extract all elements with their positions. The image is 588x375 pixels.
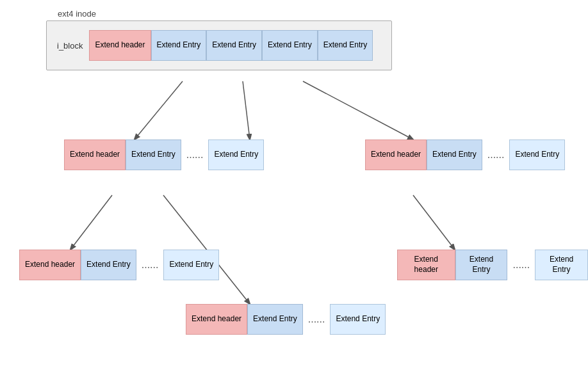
dots-l3-left: ......: [142, 259, 159, 271]
level2-left-boxes: Extend header Extend Entry: [64, 140, 181, 170]
l3-center-entry-last: Extend Entry: [330, 304, 386, 335]
svg-line-3: [70, 195, 112, 250]
l2-right-entry: Extend Entry: [427, 140, 482, 170]
dots-l2-right: ......: [487, 149, 505, 161]
root-entry-1: Extend Entry: [151, 30, 207, 61]
l2-right-header: Extend header: [365, 140, 427, 170]
level3-right-group: Extend header Extend Entry ...... Extend…: [397, 250, 588, 280]
iblock-container: i_block Extend header Extend Entry Exten…: [46, 20, 392, 70]
svg-line-5: [413, 195, 455, 250]
l2-left-entry-last: Extend Entry: [208, 140, 264, 170]
dots-l3-right: ......: [512, 259, 530, 271]
l3-left-entry: Extend Entry: [81, 250, 136, 280]
l2-left-entry: Extend Entry: [126, 140, 181, 170]
diagram: ext4 inode i_block Extend header Extend …: [0, 0, 588, 375]
l2-left-header: Extend header: [64, 140, 126, 170]
root-header: Extend header: [89, 30, 151, 61]
svg-line-1: [243, 81, 250, 140]
root-entry-2: Extend Entry: [206, 30, 262, 61]
level2-right-boxes: Extend header Extend Entry: [365, 140, 482, 170]
l3-center-header: Extend header: [186, 304, 247, 335]
inode-label: ext4 inode: [58, 9, 96, 19]
dots-l2-left: ......: [186, 149, 204, 161]
level3-center-boxes: Extend header Extend Entry: [186, 304, 303, 335]
l3-right-entry: Extend Entry: [455, 250, 508, 280]
l3-left-entry-last: Extend Entry: [163, 250, 219, 280]
level2-left-group: Extend header Extend Entry ...... Extend…: [64, 140, 264, 170]
level3-center-group: Extend header Extend Entry ...... Extend…: [186, 304, 386, 335]
svg-line-2: [303, 81, 413, 140]
level3-left-group: Extend header Extend Entry ...... Extend…: [19, 250, 219, 280]
l3-left-header: Extend header: [19, 250, 81, 280]
level3-right-boxes: Extend header Extend Entry: [397, 250, 507, 280]
dots-l3-center: ......: [308, 314, 325, 325]
l3-center-entry: Extend Entry: [247, 304, 303, 335]
level3-left-boxes: Extend header Extend Entry: [19, 250, 136, 280]
svg-line-0: [135, 81, 183, 140]
iblock-key: i_block: [57, 41, 83, 51]
level2-right-group: Extend header Extend Entry ...... Extend…: [365, 140, 565, 170]
iblock-row: i_block Extend header Extend Entry Exten…: [57, 30, 381, 61]
l3-right-entry-last: Extend Entry: [535, 250, 588, 280]
l2-right-entry-last: Extend Entry: [509, 140, 565, 170]
root-entry-3: Extend Entry: [262, 30, 318, 61]
l3-right-header: Extend header: [397, 250, 455, 280]
root-entry-4: Extend Entry: [318, 30, 373, 61]
